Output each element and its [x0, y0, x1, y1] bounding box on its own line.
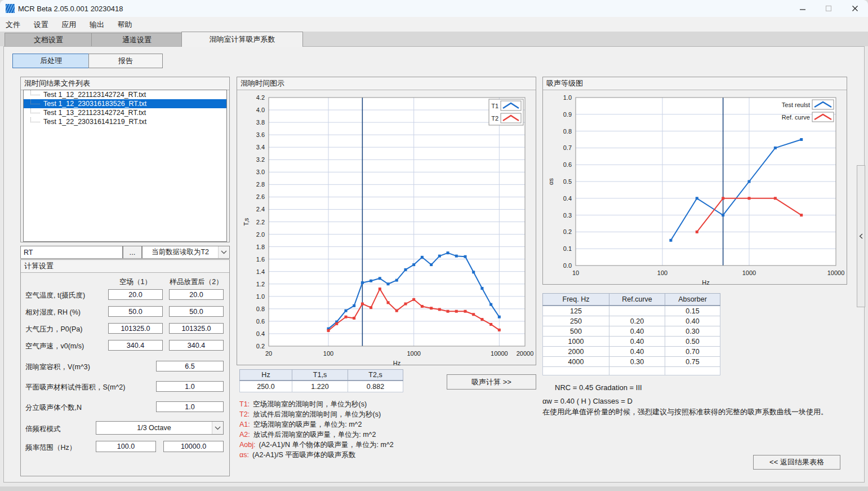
freq-range-max-input[interactable] — [163, 441, 224, 452]
svg-text:Hz: Hz — [702, 279, 709, 285]
svg-text:3.8: 3.8 — [256, 119, 265, 126]
menu-apply[interactable]: 应用 — [56, 17, 82, 30]
menu-settings[interactable]: 设置 — [28, 17, 54, 30]
svg-text:2.4: 2.4 — [256, 206, 265, 213]
tab-reverb-absorption[interactable]: 混响室计算吸声系数 — [181, 32, 303, 47]
data-read-combo-value: 当前数据读取为T2 — [143, 246, 218, 258]
pressure-input-1[interactable] — [108, 323, 163, 334]
file-list-item[interactable]: Test 1_13_221123142724_RT.txt — [24, 108, 226, 117]
sound-speed-input-2[interactable] — [169, 340, 224, 351]
tree-branch-icon — [30, 90, 40, 95]
file-list-item[interactable]: Test 1_22_230316141219_RT.txt — [24, 117, 226, 126]
maximize-button[interactable] — [816, 0, 842, 17]
humidity-input-1[interactable] — [108, 306, 163, 317]
air-temp-input-2[interactable] — [169, 289, 224, 300]
chevron-down-icon[interactable] — [212, 422, 223, 434]
svg-text:100: 100 — [323, 350, 333, 357]
back-to-results-button[interactable]: << 返回结果表格 — [753, 455, 840, 470]
file-list-item[interactable]: Test 1_12_221123142724_RT.txt — [24, 90, 226, 99]
subtab-report[interactable]: 报告 — [88, 54, 163, 68]
humidity-input-2[interactable] — [169, 306, 224, 317]
app-icon — [6, 4, 15, 13]
app-window: MCR Beta 2.05.0.001 20230418 文件 设置 应用 输出… — [0, 0, 868, 491]
air-temp-input-1[interactable] — [108, 289, 163, 300]
svg-text:0.6: 0.6 — [256, 318, 265, 325]
rt-table-row: 250.0 1.220 0.882 — [240, 381, 403, 392]
menu-file[interactable]: 文件 — [0, 17, 26, 30]
file-name: Test 1_13_221123142724_RT.txt — [43, 109, 146, 117]
file-list-item-selected[interactable]: Test 1_12_230316183526_RT.txt — [24, 99, 226, 108]
note-key: Aobj: — [239, 441, 256, 449]
abs-chart[interactable]: 0.00.10.20.30.40.50.60.70.80.91.01010010… — [543, 90, 847, 287]
minimize-button[interactable] — [790, 0, 816, 17]
close-button[interactable] — [842, 0, 868, 17]
abs-table-cell: 0.40 — [665, 316, 720, 326]
side-panel-expander[interactable] — [857, 165, 865, 307]
svg-text:0.2: 0.2 — [563, 228, 572, 235]
note-text: 空场混响室的吸声量，单位为: m^2 — [253, 421, 362, 428]
room-volume-input[interactable] — [156, 361, 224, 371]
abs-table-row: 40000.300.75 — [543, 357, 720, 367]
abs-table: Freq. Hz Ref.curve Absorber 1250.15 2500… — [542, 293, 720, 375]
abs-table-cell: 500 — [543, 326, 609, 337]
abs-table-cell: 0.40 — [609, 326, 665, 337]
octave-mode-combo[interactable]: 1/3 Octave — [96, 421, 224, 435]
absorber-count-input[interactable] — [156, 401, 224, 412]
svg-text:0.8: 0.8 — [256, 306, 265, 312]
browse-button[interactable]: ... — [123, 246, 142, 259]
note-t2: T2:放试件后混响室的混响时间，单位为秒(s) — [239, 410, 381, 419]
close-icon — [852, 5, 858, 12]
octave-mode-label: 倍频程模式 — [25, 424, 61, 434]
svg-text:0.2: 0.2 — [256, 343, 265, 350]
menu-help[interactable]: 帮助 — [112, 17, 138, 30]
note-key: T1: — [239, 400, 250, 408]
chevron-down-icon[interactable] — [218, 246, 229, 258]
note-key: A2: — [239, 431, 250, 439]
subtab-postprocess[interactable]: 后处理 — [12, 54, 90, 68]
svg-text:Test reulst: Test reulst — [782, 101, 810, 108]
tab-document-settings[interactable]: 文档设置 — [5, 33, 92, 46]
octave-mode-value: 1/3 Octave — [96, 422, 212, 434]
sound-speed-label: 空气声速，v0(m/s) — [25, 342, 84, 351]
svg-text:1.4: 1.4 — [256, 268, 265, 275]
freq-range-min-input[interactable] — [96, 441, 156, 452]
rt-chart[interactable]: 0.20.40.60.81.01.21.41.61.82.02.22.42.62… — [237, 90, 536, 368]
abs-table-cell — [543, 367, 609, 375]
svg-text:αs: αs — [547, 178, 554, 185]
data-read-combo[interactable]: 当前数据读取为T2 — [142, 246, 230, 259]
tab-channel-settings[interactable]: 通道设置 — [91, 33, 182, 46]
svg-text:T,s: T,s — [243, 218, 250, 226]
abs-table-header: Ref.curve — [609, 294, 665, 306]
sample-area-input[interactable] — [156, 381, 224, 392]
pressure-input-2[interactable] — [169, 323, 224, 334]
svg-text:T1: T1 — [491, 103, 498, 109]
file-name: Test 1_12_221123142724_RT.txt — [43, 91, 146, 99]
tab-strip: 文档设置 通道设置 混响室计算吸声系数 — [0, 32, 868, 46]
svg-text:2.0: 2.0 — [256, 231, 265, 238]
abs-table-cell: 0.30 — [609, 357, 665, 367]
abs-table-header: Absorber — [665, 294, 720, 306]
absorption-calc-button[interactable]: 吸声计算 >> — [447, 374, 536, 390]
note-text: (A2-A1)/S 平面吸声体的吸声系数 — [252, 451, 355, 459]
rt-name-input[interactable] — [20, 246, 123, 259]
freq-range-label: 频率范围（Hz） — [25, 443, 76, 453]
file-list[interactable]: Test 1_12_221123142724_RT.txt Test 1_12_… — [23, 90, 227, 242]
svg-text:10: 10 — [572, 269, 579, 276]
abs-table-cell — [665, 367, 720, 375]
svg-text:4.2: 4.2 — [256, 94, 265, 101]
file-name: Test 1_12_230316183526_RT.txt — [43, 100, 146, 108]
note-a1: A1:空场混响室的吸声量，单位为: m^2 — [239, 420, 362, 430]
sound-speed-input-1[interactable] — [108, 340, 163, 351]
svg-text:20000: 20000 — [517, 350, 534, 357]
svg-text:10000: 10000 — [491, 350, 508, 357]
note-t1: T1:空场混响室的混响时间，单位为秒(s) — [239, 400, 367, 409]
svg-text:4.0: 4.0 — [256, 107, 265, 113]
menu-output[interactable]: 输出 — [84, 17, 110, 30]
calc-settings-title: 计算设置 — [21, 260, 229, 273]
alpha-w-result: αw = 0.40 ( H ) Classes = D — [542, 397, 633, 405]
svg-text:0.1: 0.1 — [563, 245, 572, 252]
air-temp-label: 空气温度, t(摄氏度) — [25, 291, 85, 300]
svg-text:1.6: 1.6 — [256, 256, 265, 263]
svg-text:0.5: 0.5 — [563, 178, 572, 185]
window-title: MCR Beta 2.05.0.001 20230418 — [18, 5, 123, 13]
